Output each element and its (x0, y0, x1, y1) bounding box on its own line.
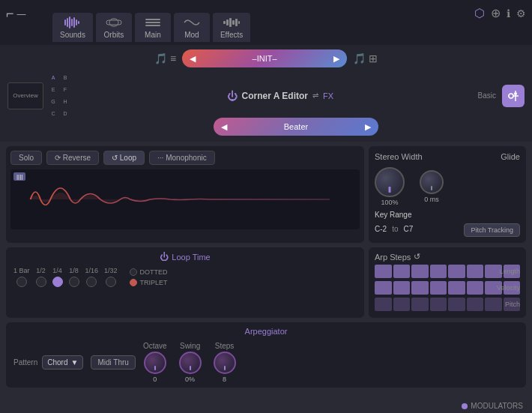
cube-icon[interactable]: ⬡ (474, 6, 485, 20)
node-e[interactable]: E (48, 87, 58, 97)
arp-pattern-select[interactable]: Chord ▼ (42, 355, 83, 370)
svg-rect-5 (76, 19, 77, 25)
node-d[interactable]: D (60, 111, 70, 116)
steps-pitch-grid (375, 298, 520, 311)
mod-icon (181, 16, 202, 29)
step-length-4[interactable] (430, 265, 447, 278)
step-vel-5[interactable] (448, 281, 465, 295)
monophonic-button[interactable]: ··· Monophonic (149, 151, 215, 165)
arp-steps-refresh-icon[interactable]: ↺ (414, 252, 420, 262)
step-vel-2[interactable] (393, 281, 411, 295)
pitch-label: Pitch (505, 301, 520, 308)
steps-label: Steps (215, 342, 235, 350)
step-length-2[interactable] (393, 265, 411, 278)
glide-knob[interactable] (420, 170, 444, 194)
step-pitch-3[interactable] (411, 298, 429, 311)
logo-dash: — (17, 9, 26, 19)
init-right-icons: 🎵 ⊞ (353, 52, 378, 64)
dotted-triplet-section: DOTTED TRIPLET (130, 268, 168, 286)
tab-sounds[interactable]: Sounds (52, 13, 93, 42)
swing-knob[interactable] (179, 352, 202, 374)
glide-label: Glide (501, 152, 520, 161)
node-h[interactable]: H (60, 99, 70, 109)
step-pitch-6[interactable] (467, 298, 484, 311)
midi-thru-button[interactable]: Midi Thru (91, 355, 136, 370)
tab-effects[interactable]: Effects (213, 13, 250, 42)
step-vel-6[interactable] (467, 281, 484, 295)
settings-icon[interactable]: ⚙ (516, 7, 526, 19)
loop-radio-32nd[interactable] (106, 277, 116, 287)
loop-radio-8th[interactable] (69, 277, 79, 287)
waveform-tag: |||| (13, 172, 25, 181)
globe-icon[interactable]: ⊕ (491, 6, 501, 20)
octave-knob[interactable] (144, 352, 166, 374)
info-icon[interactable]: ℹ (507, 7, 510, 19)
step-length-6[interactable] (467, 265, 484, 278)
loop-power-icon[interactable]: ⏻ (160, 252, 169, 262)
steps-knob[interactable] (214, 352, 236, 374)
init-label: –INIT– (253, 54, 277, 63)
step-pitch-1[interactable] (375, 298, 392, 311)
svg-rect-17 (238, 21, 240, 24)
effects-icon (221, 16, 242, 29)
loop-radio-half[interactable] (36, 277, 46, 287)
corner-link-icon[interactable]: ⇌ (312, 91, 318, 100)
step-length-5[interactable] (448, 265, 465, 278)
tab-mod[interactable]: Mod (174, 13, 210, 42)
arp-steps-label: Arp Steps (375, 253, 411, 262)
stereo-knob[interactable] (375, 167, 405, 197)
node-c[interactable]: C (48, 111, 58, 116)
node-a[interactable]: A (48, 75, 58, 85)
init-button[interactable]: ◀ –INIT– ▶ (182, 49, 347, 67)
arpeggiator-panel: Arpeggiator Pattern Chord ▼ Midi Thru Oc… (6, 322, 526, 388)
tab-main[interactable]: Main (135, 13, 171, 42)
arp-pattern-section: Pattern Chord ▼ (13, 355, 83, 370)
loop-radio-16th[interactable] (86, 277, 97, 287)
pitch-tracking-btn[interactable]: Pitch Tracking (464, 223, 520, 237)
swing-value: 0% (185, 376, 195, 383)
node-f[interactable]: F (60, 87, 70, 97)
stereo-panel: Stereo Width Glide 100% 0 ms Key Range (369, 146, 526, 243)
loop-radio-1bar[interactable] (16, 277, 27, 287)
arp-pattern-label: Pattern (13, 358, 37, 367)
swing-knob-group: Swing 0% (179, 342, 202, 383)
step-pitch-2[interactable] (393, 298, 411, 311)
step-pitch-7[interactable] (485, 298, 502, 311)
init-right-arrow: ▶ (333, 54, 339, 64)
tab-orbits[interactable]: Orbits (96, 13, 132, 42)
step-pitch-4[interactable] (430, 298, 447, 311)
waveform-area: |||| (10, 169, 360, 229)
nav-tabs: Sounds Orbits Main (52, 13, 250, 42)
logo-icon: ⌐ (6, 6, 14, 22)
menu-icon-btn[interactable]: ≡ (170, 52, 176, 64)
sliders-icon-btn[interactable]: ⊞ (369, 52, 378, 64)
step-vel-3[interactable] (411, 281, 429, 295)
modulators-bar[interactable]: MODULATORS (462, 402, 523, 410)
step-pitch-5[interactable] (448, 298, 465, 311)
corner-fx-label[interactable]: FX (323, 91, 333, 100)
overview-box[interactable]: Overview (7, 82, 43, 109)
triplet-option[interactable]: TRIPLET (130, 279, 168, 286)
tweak-icon[interactable] (502, 85, 525, 107)
step-length-3[interactable] (411, 265, 429, 278)
step-length-1[interactable] (375, 265, 392, 278)
music-icon-btn[interactable]: 🎵 (154, 52, 167, 64)
basic-label[interactable]: Basic (478, 91, 496, 100)
arp-controls: Pattern Chord ▼ Midi Thru Octave 0 Swing (13, 342, 519, 383)
step-vel-4[interactable] (430, 281, 447, 295)
beater-button[interactable]: ◀ Beater ▶ (214, 118, 378, 136)
solo-button[interactable]: Solo (10, 151, 42, 165)
init-bar: 🎵 ≡ ◀ –INIT– ▶ 🎵 ⊞ (0, 45, 532, 72)
corner-mid: ⏻ Corner A Editor ⇌ FX (82, 90, 478, 102)
loop-button[interactable]: ↺ Loop (103, 151, 145, 165)
dotted-option[interactable]: DOTTED (130, 268, 168, 276)
node-b[interactable]: B (60, 75, 70, 85)
reverse-button[interactable]: ⟳ Reverse (46, 151, 99, 165)
loop-radio-quarter[interactable] (52, 277, 63, 287)
node-g[interactable]: G (48, 99, 58, 109)
corner-power-icon[interactable]: ⏻ (227, 90, 238, 102)
loop-item-32nd: 1/32 (104, 267, 118, 287)
step-vel-1[interactable] (375, 281, 392, 295)
wave-icon-btn[interactable]: 🎵 (353, 52, 366, 64)
loop-time-title: ⏻ Loop Time (13, 252, 357, 262)
